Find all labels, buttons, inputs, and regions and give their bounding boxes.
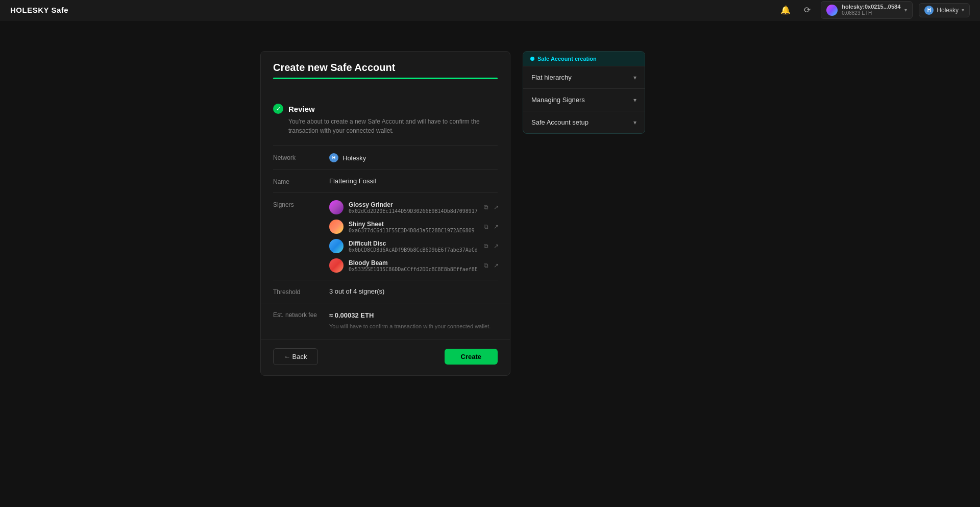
signer-name: Difficult Disc [349,240,478,247]
signer-address: 0x02dCd2D20Ec1144D59D30266E9B14Db8d70989… [349,208,478,214]
side-panel-items: Flat hierarchy ▾ Managing Signers ▾ Safe… [523,66,645,133]
notifications-button[interactable]: 🔔 [778,3,793,18]
main-content: Create new Safe Account ✓ Review You're … [0,0,980,406]
side-panel: Safe Account creation Flat hierarchy ▾ M… [523,51,645,134]
topnav-right: 🔔 ⟳ holesky:0x0215...0584 0.08823 ETH ▾ … [778,1,970,19]
network-value: H Holesky [329,153,498,162]
side-panel-header: Safe Account creation [523,52,645,66]
signer-item: Bloody Beam 0x53355E1035C86DDaCCffd2DDcB… [329,258,500,273]
back-button[interactable]: ← Back [273,348,318,365]
side-panel-item-label: Flat hierarchy [531,74,572,81]
wallet-address: holesky:0x0215...0584 [842,4,900,10]
signer-name: Shiny Sheet [349,221,478,228]
signer-info: Bloody Beam 0x53355E1035C86DDaCCffd2DDcB… [349,259,478,272]
signer-info: Difficult Disc 0x0bCD8CD8d6AcADf9B9b8CcB… [349,240,478,253]
network-label: Network [273,153,319,161]
check-icon: ✓ [273,104,283,114]
chevron-down-icon: ▾ [633,119,636,126]
side-panel-dot-icon [530,57,534,61]
form-card: Create new Safe Account ✓ Review You're … [260,51,510,376]
signer-name: Glossy Grinder [349,201,478,208]
wallet-selector[interactable]: holesky:0x0215...0584 0.08823 ETH ▾ [821,1,913,19]
signer-actions: ⧉ ↗ [483,242,500,251]
wallet-avatar [826,5,838,16]
sync-button[interactable]: ⟳ [799,3,815,18]
signer-avatar [329,220,344,234]
network-row: Network H Holesky [273,146,498,170]
network-name: Holesky [342,154,366,162]
progress-bar-track [273,78,498,79]
view-explorer-button[interactable]: ↗ [493,222,500,231]
signers-row: Signers Glossy Grinder 0x02dCd2D20Ec1144… [273,192,498,280]
fee-note: You will have to confirm a transaction w… [329,323,498,329]
network-chevron-icon: ▾ [962,7,964,13]
signer-item: Glossy Grinder 0x02dCd2D20Ec1144D59D3026… [329,200,500,214]
side-panel-item-label: Safe Account setup [531,118,589,126]
fee-row: Est. network fee ≈ 0.00032 ETH [273,311,498,319]
signer-actions: ⧉ ↗ [483,203,500,212]
signer-avatar [329,239,344,253]
side-panel-item[interactable]: Safe Account setup ▾ [523,111,645,133]
view-explorer-button[interactable]: ↗ [493,261,500,270]
network-dot-icon: H [329,153,338,162]
signer-address: 0x53355E1035C86DDaCCffd2DDcBC8E8b8Effaef… [349,267,478,272]
signer-name: Bloody Beam [349,259,478,267]
details-table: Network H Holesky Name Flattering Fossil… [261,146,510,303]
signer-address: 0xa6377dC6d13F55E3D4D8d3a5E28BC1972AE680… [349,228,478,233]
fee-label: Est. network fee [273,311,319,319]
signers-list-wrapper: Glossy Grinder 0x02dCd2D20Ec1144D59D3026… [329,200,500,273]
view-explorer-button[interactable]: ↗ [493,242,500,251]
review-title: Review [288,105,315,113]
threshold-row: Threshold 3 out of 4 signer(s) [273,280,498,303]
review-description: You're about to create a new Safe Accoun… [288,117,498,135]
copy-address-button[interactable]: ⧉ [483,222,489,231]
side-panel-item-label: Managing Signers [531,96,585,104]
threshold-label: Threshold [273,287,319,296]
bell-icon: 🔔 [780,5,791,15]
signer-item: Difficult Disc 0x0bCD8CD8d6AcADf9B9b8CcB… [329,239,500,253]
side-panel-item[interactable]: Flat hierarchy ▾ [523,66,645,88]
signer-info: Glossy Grinder 0x02dCd2D20Ec1144D59D3026… [349,201,478,214]
chevron-down-icon: ▾ [633,96,636,104]
network-selector[interactable]: H Holesky ▾ [919,3,970,17]
wallet-info: holesky:0x0215...0584 0.08823 ETH [842,4,900,16]
app-title: HOLESKY Safe [10,6,68,14]
form-header: Create new Safe Account [261,52,510,95]
threshold-value: 3 out of 4 signer(s) [329,287,498,295]
view-explorer-button[interactable]: ↗ [493,203,500,212]
wallet-balance: 0.08823 ETH [842,10,900,16]
signer-avatar [329,258,344,273]
safe-name: Flattering Fossil [329,177,498,185]
signer-info: Shiny Sheet 0xa6377dC6d13F55E3D4D8d3a5E2… [349,221,478,233]
signer-item: Shiny Sheet 0xa6377dC6d13F55E3D4D8d3a5E2… [329,220,500,234]
review-section: ✓ Review You're about to create a new Sa… [261,95,510,146]
sync-icon: ⟳ [804,5,811,15]
copy-address-button[interactable]: ⧉ [483,242,489,251]
topnav: HOLESKY Safe 🔔 ⟳ holesky:0x0215...0584 0… [0,0,980,20]
chevron-down-icon: ▾ [633,74,636,81]
wallet-chevron-icon: ▾ [904,7,907,13]
copy-address-button[interactable]: ⧉ [483,203,489,212]
signer-actions: ⧉ ↗ [483,222,500,231]
name-row: Name Flattering Fossil [273,170,498,192]
signer-address: 0x0bCD8CD8d6AcADf9B9b8CcB6D9bE6f7abe37Aa… [349,247,478,253]
signers-list: Glossy Grinder 0x02dCd2D20Ec1144D59D3026… [329,200,500,273]
page-title: Create new Safe Account [273,62,498,74]
network-abbr: H [927,7,931,13]
signer-avatar [329,200,344,214]
button-row: ← Back Create [261,340,510,375]
signer-actions: ⧉ ↗ [483,261,500,270]
side-panel-item[interactable]: Managing Signers ▾ [523,88,645,111]
side-panel-header-label: Safe Account creation [537,56,597,62]
create-button[interactable]: Create [445,349,498,365]
network-avatar: H [924,6,934,15]
name-label: Name [273,177,319,185]
progress-bar-fill [273,78,498,79]
fee-section: Est. network fee ≈ 0.00032 ETH You will … [261,303,510,340]
network-label: Holesky [937,7,959,14]
fee-amount: ≈ 0.00032 ETH [329,311,374,319]
signers-label: Signers [273,200,319,208]
copy-address-button[interactable]: ⧉ [483,261,489,270]
content-wrapper: Create new Safe Account ✓ Review You're … [260,31,720,376]
review-title-row: ✓ Review [273,104,498,114]
